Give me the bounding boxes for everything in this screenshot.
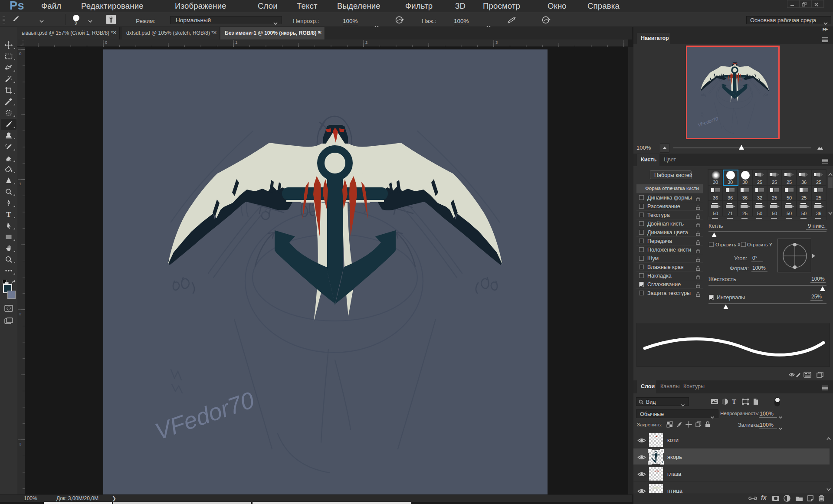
svg-text:T: T bbox=[6, 210, 11, 219]
